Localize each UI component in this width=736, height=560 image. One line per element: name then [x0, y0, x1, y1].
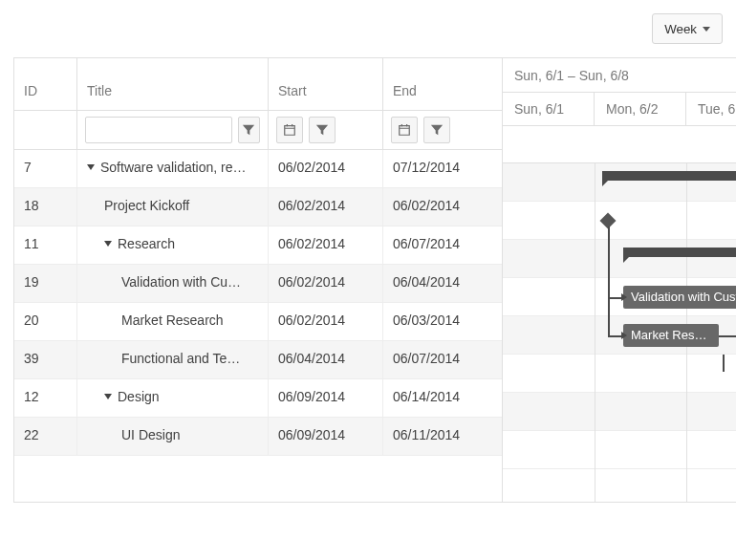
summary-bar[interactable] [623, 248, 736, 257]
title-filter-button[interactable] [238, 117, 260, 143]
grid-body: 7Software validation, re…06/02/201407/12… [14, 150, 502, 456]
expand-toggle-icon[interactable] [87, 164, 95, 170]
end-filter-button[interactable] [423, 117, 450, 143]
title-text: Research [118, 236, 175, 251]
funnel-icon [315, 123, 329, 137]
cell-title: Project Kickoff [77, 188, 269, 226]
cell-title: Functional and Te… [77, 341, 269, 378]
day-column-header: Tue, 6 [686, 93, 736, 125]
task-bar[interactable]: Validation with Cust [623, 286, 736, 309]
title-text: Validation with Cu… [121, 274, 241, 290]
view-select-button[interactable]: Week [652, 13, 723, 44]
grid-header: ID Title Start End [14, 58, 502, 111]
task-bar[interactable]: Market Rese… [623, 324, 719, 347]
cell-id: 12 [14, 379, 77, 417]
timeline-row [503, 355, 736, 393]
table-row[interactable]: 12Design06/09/201406/14/2014 [14, 379, 502, 418]
cell-title: Software validation, re… [77, 150, 269, 187]
cell-id: 22 [14, 418, 77, 455]
day-column-header: Mon, 6/2 [595, 93, 686, 125]
col-start[interactable]: Start [269, 58, 383, 110]
cell-id: 20 [14, 303, 77, 340]
timeline-row [503, 431, 736, 469]
start-filter-button[interactable] [309, 117, 336, 143]
cell-id: 19 [14, 265, 77, 302]
cell-start: 06/02/2014 [269, 150, 383, 187]
grid-filter-row [14, 111, 502, 150]
cell-start: 06/04/2014 [269, 341, 383, 378]
title-text: Design [118, 389, 160, 404]
title-filter-input[interactable] [85, 117, 232, 143]
cell-id: 7 [14, 150, 77, 187]
title-text: Market Research [121, 312, 224, 328]
day-column-header: Sun, 6/1 [503, 93, 595, 125]
col-end[interactable]: End [383, 58, 502, 110]
calendar-icon [283, 123, 296, 137]
timeline-row [503, 240, 736, 278]
table-row[interactable]: 20Market Research06/02/201406/03/2014 [14, 303, 502, 341]
timeline-row [503, 163, 736, 202]
timeline-day-header: Sun, 6/1Mon, 6/2Tue, 6 [503, 93, 736, 126]
table-row[interactable]: 22UI Design06/09/201406/11/2014 [14, 418, 502, 456]
col-id[interactable]: ID [14, 58, 77, 110]
cell-title: Design [77, 379, 269, 417]
expand-toggle-icon[interactable] [104, 241, 112, 247]
cell-title: Research [77, 226, 269, 264]
timeline-filter-spacer [503, 126, 736, 163]
table-row[interactable]: 11Research06/02/201406/07/2014 [14, 226, 502, 265]
cell-start: 06/02/2014 [269, 303, 383, 340]
cell-start: 06/09/2014 [269, 379, 383, 417]
title-text: UI Design [121, 427, 180, 442]
summary-bar[interactable] [602, 171, 736, 181]
gantt-container: ID Title Start End [13, 57, 736, 503]
cell-end: 06/04/2014 [383, 265, 502, 302]
start-datepicker-button[interactable] [276, 117, 303, 143]
title-text: Functional and Te… [121, 351, 240, 366]
title-text: Project Kickoff [104, 198, 189, 213]
funnel-icon [242, 123, 255, 137]
cell-start: 06/09/2014 [269, 418, 383, 455]
cell-end: 06/11/2014 [383, 418, 502, 455]
cell-end: 06/07/2014 [383, 341, 502, 378]
cell-end: 06/14/2014 [383, 379, 502, 417]
table-row[interactable]: 7Software validation, re…06/02/201407/12… [14, 150, 502, 188]
cell-end: 06/07/2014 [383, 226, 502, 264]
table-row[interactable]: 39Functional and Te…06/04/201406/07/2014 [14, 341, 502, 379]
table-row[interactable]: 18Project Kickoff06/02/201406/02/2014 [14, 188, 502, 226]
col-title[interactable]: Title [77, 58, 269, 110]
cell-start: 06/02/2014 [269, 265, 383, 302]
cell-id: 39 [14, 341, 77, 378]
expand-toggle-icon[interactable] [104, 394, 112, 399]
cell-start: 06/02/2014 [269, 188, 383, 226]
cell-end: 06/02/2014 [383, 188, 502, 226]
end-datepicker-button[interactable] [391, 117, 418, 143]
cell-id: 18 [14, 188, 77, 226]
cell-end: 06/03/2014 [383, 303, 502, 340]
table-row[interactable]: 19Validation with Cu…06/02/201406/04/201… [14, 265, 502, 303]
chevron-down-icon [703, 27, 710, 32]
cell-start: 06/02/2014 [269, 226, 383, 264]
cell-end: 07/12/2014 [383, 150, 502, 187]
timeline-range-label: Sun, 6/1 – Sun, 6/8 [503, 58, 736, 93]
view-select-label: Week [664, 22, 697, 36]
funnel-icon [430, 123, 444, 137]
task-grid: ID Title Start End [14, 58, 503, 502]
cell-title: Market Research [77, 303, 269, 340]
timeline-row [503, 393, 736, 431]
timeline-body[interactable]: Validation with CustMarket Rese… [503, 163, 736, 502]
cell-title: UI Design [77, 418, 269, 455]
cell-id: 11 [14, 226, 77, 264]
calendar-icon [398, 123, 411, 137]
timeline[interactable]: Sun, 6/1 – Sun, 6/8 Sun, 6/1Mon, 6/2Tue,… [503, 58, 736, 502]
cell-title: Validation with Cu… [77, 265, 269, 302]
title-text: Software validation, re… [100, 160, 247, 175]
timeline-row [503, 202, 736, 240]
